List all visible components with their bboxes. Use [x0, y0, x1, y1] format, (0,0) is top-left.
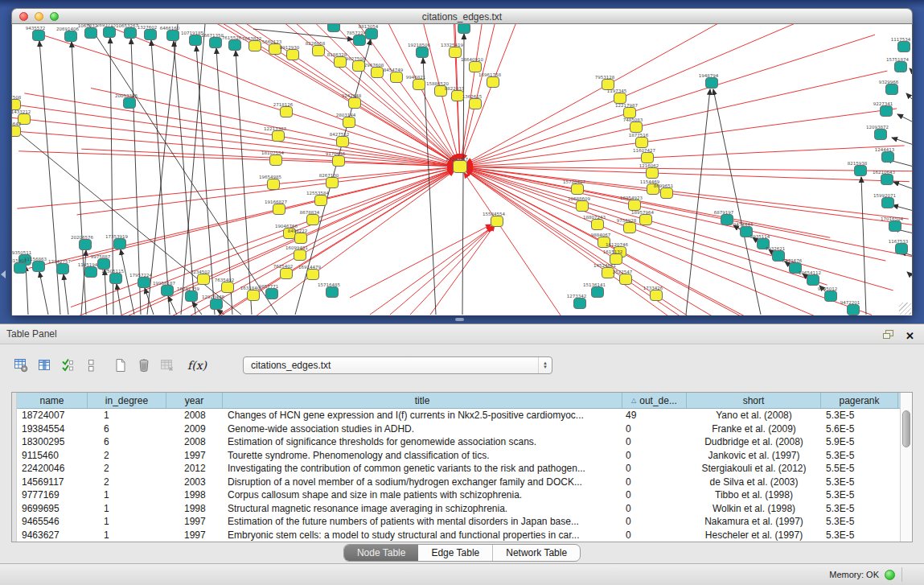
network-node[interactable]: [372, 68, 384, 78]
table-row[interactable]: 1456911722003Disruption of a novel membe…: [17, 476, 900, 489]
network-node[interactable]: [636, 138, 648, 148]
delete-column-button[interactable]: [134, 356, 154, 375]
table-cell[interactable]: 6: [88, 423, 166, 435]
table-row[interactable]: 1938455462009Genome-wide association stu…: [17, 422, 900, 436]
network-node[interactable]: [281, 107, 293, 117]
network-node[interactable]: [65, 31, 77, 42]
select-all-button[interactable]: [58, 356, 77, 375]
table-cell[interactable]: 1997: [166, 516, 223, 527]
network-node[interactable]: [337, 137, 349, 147]
network-node[interactable]: [614, 93, 626, 104]
network-node[interactable]: [491, 216, 503, 227]
column-header-short[interactable]: short: [687, 393, 821, 408]
network-node[interactable]: [14, 263, 27, 274]
network-node[interactable]: [470, 99, 482, 109]
table-cell[interactable]: Genome-wide association studies in ADHD.: [223, 423, 622, 435]
network-node[interactable]: [417, 47, 429, 58]
tab-node-table[interactable]: Node Table: [344, 545, 419, 561]
network-node[interactable]: [57, 264, 69, 274]
network-node[interactable]: [592, 220, 604, 230]
network-node[interactable]: [124, 98, 136, 109]
network-node[interactable]: [413, 80, 425, 90]
network-node[interactable]: [33, 262, 45, 272]
network-node[interactable]: [487, 77, 499, 88]
table-cell[interactable]: 9699695: [17, 503, 88, 514]
vertical-scrollbar[interactable]: [900, 393, 912, 542]
network-node[interactable]: [889, 221, 901, 232]
network-node[interactable]: [706, 78, 718, 89]
table-cell[interactable]: Franke et al. (2009): [687, 423, 821, 435]
table-cell[interactable]: 14569117: [17, 476, 88, 488]
network-node[interactable]: [592, 287, 604, 298]
table-cell[interactable]: 1: [88, 489, 166, 501]
table-cell[interactable]: 5.3E-5: [821, 410, 898, 421]
network-node[interactable]: [328, 24, 340, 32]
network-node[interactable]: [366, 29, 378, 39]
table-cell[interactable]: 1997: [166, 450, 223, 461]
table-cell[interactable]: 2008: [166, 410, 223, 421]
network-node[interactable]: [270, 155, 282, 166]
network-node[interactable]: [85, 28, 97, 39]
network-node[interactable]: [273, 204, 285, 215]
panel-collapse-arrow-icon[interactable]: [1, 270, 6, 278]
network-node[interactable]: [186, 291, 198, 302]
network-node[interactable]: [167, 31, 179, 41]
table-cell[interactable]: 5.6E-5: [821, 423, 898, 435]
network-node[interactable]: [98, 259, 110, 270]
table-cell[interactable]: 0: [622, 516, 687, 527]
network-node[interactable]: [574, 299, 586, 309]
column-header-indegree[interactable]: in_degree: [88, 393, 166, 408]
new-column-button[interactable]: [111, 356, 130, 375]
scrollbar-thumb[interactable]: [902, 410, 910, 447]
network-node[interactable]: [881, 175, 893, 185]
network-node[interactable]: [266, 289, 278, 299]
network-node[interactable]: [198, 274, 210, 285]
table-cell[interactable]: 5.3E-5: [821, 450, 898, 461]
table-cell[interactable]: Wolkin et al. (1998): [687, 503, 821, 514]
table-cell[interactable]: 18724007: [17, 410, 88, 421]
table-cell[interactable]: 2012: [166, 463, 223, 474]
table-row[interactable]: 2242004622012Investigating the contribut…: [17, 462, 900, 476]
network-node[interactable]: [450, 47, 462, 58]
close-panel-icon[interactable]: ✕: [906, 331, 914, 341]
table-cell[interactable]: Corpus callosum shape and size in male p…: [223, 489, 622, 501]
network-node[interactable]: [248, 290, 260, 301]
table-cell[interactable]: 2: [88, 463, 166, 474]
network-node[interactable]: [211, 299, 223, 310]
network-node[interactable]: [630, 122, 643, 133]
network-node[interactable]: [470, 62, 482, 72]
column-header-pagerank[interactable]: pagerank: [821, 393, 898, 408]
table-cell[interactable]: Embryonic stem cells: a model to study s…: [223, 529, 622, 541]
network-node[interactable]: [307, 215, 319, 225]
network-node[interactable]: [825, 291, 837, 302]
network-node[interactable]: [249, 41, 261, 51]
table-cell[interactable]: 0: [622, 529, 687, 541]
table-cell[interactable]: 19384554: [17, 423, 88, 435]
table-cell[interactable]: 2: [88, 450, 166, 461]
table-select-dropdown[interactable]: citations_edges.txt ▲▼: [243, 356, 552, 374]
network-canvas[interactable]: 9435572206914061065332269371510653267132…: [11, 24, 913, 315]
network-node[interactable]: [138, 278, 150, 288]
table-cell[interactable]: 1: [88, 529, 166, 541]
column-header-name[interactable]: name: [17, 393, 88, 408]
table-cell[interactable]: 18300295: [17, 436, 88, 447]
table-cell[interactable]: de Silva et al. (2003): [687, 476, 821, 488]
memory-status-icon[interactable]: [885, 570, 895, 580]
table-cell[interactable]: 5.5E-5: [821, 463, 898, 474]
network-node[interactable]: [647, 168, 659, 179]
network-node[interactable]: [114, 239, 126, 249]
deselect-all-button[interactable]: [81, 356, 101, 375]
network-node[interactable]: [326, 178, 339, 188]
network-node[interactable]: [721, 215, 733, 225]
network-node[interactable]: [895, 62, 907, 72]
table-cell[interactable]: Estimation of the future numbers of pati…: [223, 516, 622, 527]
table-row[interactable]: 977716911998Corpus callosum shape and si…: [17, 488, 900, 502]
network-node[interactable]: [12, 100, 21, 110]
table-cell[interactable]: 2009: [166, 423, 223, 435]
table-cell[interactable]: 0: [622, 503, 687, 514]
table-row[interactable]: 1830029562008Estimation of significance …: [17, 435, 900, 449]
network-node[interactable]: [326, 287, 339, 298]
table-cell[interactable]: 9463627: [17, 529, 88, 541]
network-node[interactable]: [294, 250, 306, 261]
table-cell[interactable]: 1: [88, 503, 166, 514]
